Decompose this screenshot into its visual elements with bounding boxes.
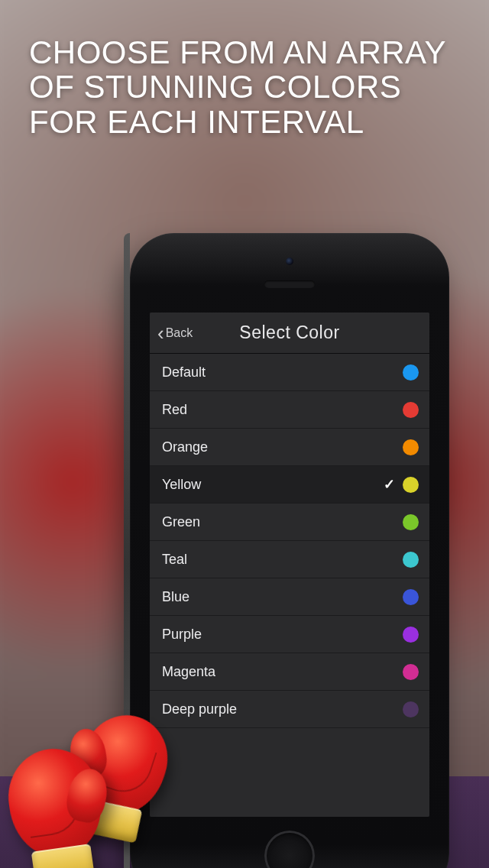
color-swatch — [403, 627, 419, 643]
color-row-label: Red — [162, 402, 403, 418]
navbar: ‹ Back Select Color — [150, 313, 429, 354]
color-swatch — [403, 664, 419, 680]
color-swatch — [403, 402, 419, 418]
color-row[interactable]: Purple — [150, 616, 429, 653]
back-button[interactable]: ‹ Back — [154, 313, 196, 353]
color-row-label: Orange — [162, 439, 403, 455]
color-row-label: Teal — [162, 552, 403, 568]
color-row-label: Magenta — [162, 664, 403, 680]
color-swatch — [403, 589, 419, 605]
color-row[interactable]: Deep purple — [150, 691, 429, 728]
color-row[interactable]: Magenta — [150, 653, 429, 691]
color-row[interactable]: Green — [150, 504, 429, 541]
color-row-label: Default — [162, 364, 403, 381]
color-row[interactable]: Orange — [150, 429, 429, 466]
back-button-label: Back — [166, 326, 193, 340]
color-swatch — [403, 701, 419, 717]
boxing-gloves-graphic — [6, 663, 182, 862]
color-list: DefaultRedOrangeYellow✓GreenTealBluePurp… — [150, 354, 429, 728]
color-swatch — [403, 514, 419, 530]
color-row-label: Green — [162, 514, 403, 530]
color-swatch — [403, 364, 419, 381]
chevron-left-icon: ‹ — [157, 323, 164, 343]
color-swatch — [403, 439, 419, 455]
phone-screen: ‹ Back Select Color DefaultRedOrangeYell… — [150, 313, 429, 817]
color-row-label: Yellow — [162, 477, 384, 493]
home-button[interactable] — [264, 831, 315, 868]
color-row[interactable]: Teal — [150, 541, 429, 578]
boxing-glove — [2, 743, 108, 861]
color-row[interactable]: Red — [150, 391, 429, 429]
list-fill — [150, 728, 429, 817]
color-swatch — [403, 552, 419, 568]
color-row-label: Purple — [162, 627, 403, 643]
color-row[interactable]: Blue — [150, 578, 429, 616]
color-row[interactable]: Default — [150, 354, 429, 391]
marketing-headline: CHOOSE FROM AN ARRAY OF STUNNING COLORS … — [29, 35, 460, 139]
phone-camera — [286, 257, 293, 265]
color-row-label: Deep purple — [162, 701, 403, 717]
color-row-label: Blue — [162, 589, 403, 605]
phone-earpiece — [264, 280, 315, 288]
color-row[interactable]: Yellow✓ — [150, 466, 429, 504]
checkmark-icon: ✓ — [384, 476, 395, 493]
color-swatch — [403, 477, 419, 493]
